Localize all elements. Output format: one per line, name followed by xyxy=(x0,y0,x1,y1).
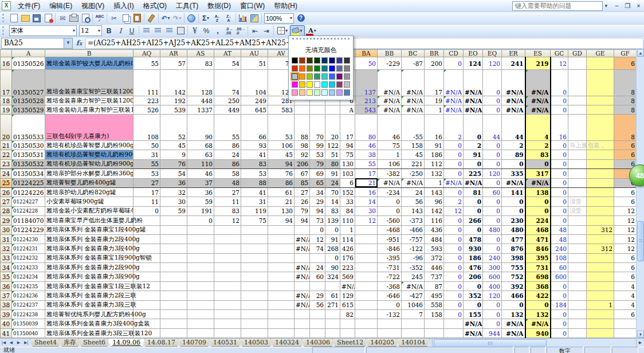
cell-AZ25[interactable]: 6 xyxy=(340,178,355,187)
cell-GD37[interactable] xyxy=(568,291,587,300)
cell-BC19[interactable]: #N/A xyxy=(402,105,425,115)
cell-AX32[interactable]: 74 xyxy=(310,244,325,253)
sheet-tab-140324[interactable]: 140324 xyxy=(270,339,304,347)
cell-B20[interactable]: 三联包4段(学儿喜康力) xyxy=(45,115,133,141)
menu-数据D[interactable]: 数据(D) xyxy=(203,1,235,11)
cell-B24[interactable]: 雅培亲护部分水解婴儿奶粉360g xyxy=(45,169,133,178)
cell-AS33[interactable] xyxy=(187,253,214,262)
new-button[interactable] xyxy=(8,13,19,23)
cell-ES33[interactable]: 395 xyxy=(525,253,551,262)
cell-BA37[interactable] xyxy=(355,291,378,300)
open-button[interactable] xyxy=(19,13,31,23)
scroll-up-icon[interactable]: ▲ xyxy=(637,49,644,57)
color-swatch-99CC00[interactable] xyxy=(307,73,313,80)
cell-A26[interactable]: 01224226 xyxy=(12,187,45,197)
cell-AZ35[interactable]: 569 xyxy=(340,272,355,281)
cell-AS34[interactable] xyxy=(187,263,214,272)
cell-AV30[interactable] xyxy=(268,225,294,234)
cell-BR40[interactable] xyxy=(425,319,444,328)
cell-EO25[interactable]: #N/A xyxy=(464,178,483,187)
cell-GC21[interactable]: 0 xyxy=(551,141,568,150)
cell-AZ26[interactable]: 152 xyxy=(340,187,355,197)
cell-EQ21[interactable]: 0 xyxy=(483,141,502,150)
cell-ER37[interactable]: 466 xyxy=(502,291,525,300)
cell-ES18[interactable]: #N/A xyxy=(525,96,551,105)
cell-GD29[interactable] xyxy=(568,216,587,225)
col-header-GF[interactable]: GF xyxy=(614,50,637,57)
cell-EO23[interactable]: 0 xyxy=(464,159,483,168)
color-swatch-C0C0C0[interactable] xyxy=(344,81,350,88)
cell-GF22[interactable]: 6 xyxy=(614,150,637,159)
cell-B32[interactable]: 雅培亲体系列 金装喜康力3段400g xyxy=(45,244,133,253)
cell-EQ18[interactable]: 0 xyxy=(483,96,502,105)
cell-AR32[interactable] xyxy=(160,244,187,253)
cell-AU41[interactable] xyxy=(241,328,268,338)
row-header-30[interactable]: 30 xyxy=(1,225,12,234)
cell-AT35[interactable] xyxy=(214,272,241,281)
cell-AQ25[interactable]: 27 xyxy=(133,178,160,187)
cell-CD36[interactable]: 0 xyxy=(444,281,464,291)
paste-button[interactable] xyxy=(131,13,143,23)
cell-GE38[interactable]: 1 xyxy=(587,300,614,309)
cell-A28[interactable]: 01224228 xyxy=(12,206,45,215)
cell-B19[interactable]: 雅培金装幼儿喜康力智护三联装12 xyxy=(45,105,133,115)
color-swatch-FFFF99[interactable] xyxy=(307,89,313,96)
cell-AW20[interactable]: 88 xyxy=(294,115,310,141)
cell-AU23[interactable]: 83 xyxy=(241,159,268,168)
cell-BC35[interactable]: 245 xyxy=(402,272,425,281)
cell-BR31[interactable]: 484 xyxy=(425,234,444,244)
cell-A29[interactable]: 01184070 xyxy=(12,216,45,225)
cell-AR38[interactable] xyxy=(160,300,187,309)
cell-AZ30[interactable]: 1 xyxy=(340,225,355,234)
cell-AW36[interactable] xyxy=(294,281,310,291)
cell-GE28[interactable] xyxy=(587,206,614,215)
cell-AS40[interactable] xyxy=(187,319,214,328)
cell-BA20[interactable]: 80 xyxy=(355,115,378,141)
cell-ER34[interactable]: 755 xyxy=(502,263,525,272)
cell-CD38[interactable]: 0 xyxy=(444,300,464,309)
first-sheet-icon[interactable]: |◀ xyxy=(0,339,7,347)
cell-GE33[interactable] xyxy=(587,253,614,262)
cell-GC36[interactable]: 0 xyxy=(551,281,568,291)
cell-AT41[interactable] xyxy=(214,328,241,338)
cell-EO18[interactable]: #N/A xyxy=(464,96,483,105)
cell-GC37[interactable]: 0 xyxy=(551,291,568,300)
fx-icon[interactable]: fx xyxy=(73,39,85,47)
cell-AQ22[interactable]: 31 xyxy=(133,150,160,159)
cell-AW35[interactable]: #N/A xyxy=(294,272,310,281)
cell-AT34[interactable] xyxy=(214,263,241,272)
active-cell-BA25[interactable]: 21 xyxy=(355,178,378,187)
cell-EO17[interactable]: #N/A xyxy=(464,70,483,96)
cell-ES20[interactable]: 4 xyxy=(525,115,551,141)
cell-CD24[interactable]: 0 xyxy=(444,169,464,178)
cell-ES21[interactable]: 2 xyxy=(525,141,551,150)
cell-ES28[interactable]: 0 xyxy=(525,206,551,215)
cell-AS26[interactable]: 36 xyxy=(187,187,214,197)
cell-BR25[interactable]: 1 xyxy=(425,178,444,187)
cell-B28[interactable]: 雅培金装小安素配方奶粉草莓味400 xyxy=(45,206,133,215)
cell-BC41[interactable] xyxy=(402,328,425,338)
cell-CD33[interactable]: 0 xyxy=(444,253,464,262)
cell-BA35[interactable] xyxy=(355,272,378,281)
cell-ER33[interactable]: 398 xyxy=(502,253,525,262)
sheet-tab-140104[interactable]: 140104 xyxy=(396,339,430,347)
row-header-34[interactable]: 34 xyxy=(1,263,12,272)
cell-AS19[interactable]: 1337 xyxy=(187,105,214,115)
cell-GF17[interactable]: 8 xyxy=(614,70,637,96)
cell-ES24[interactable]: 317 xyxy=(525,169,551,178)
cell-AZ41[interactable] xyxy=(340,328,355,338)
cell-AZ31[interactable]: 114 xyxy=(340,234,355,244)
cell-A23[interactable]: 01350532 xyxy=(12,159,45,168)
cell-AT18[interactable]: 250 xyxy=(214,96,241,105)
cell-B33[interactable]: 雅培亲体系列 金装喜康宝1段900g智锁 xyxy=(45,253,133,262)
cell-CD31[interactable]: 0 xyxy=(444,234,464,244)
formula-input[interactable]: =(AG25+AH25+AI25+AJ25+AK25+AL25+AM25+AN2… xyxy=(85,38,643,49)
cell-BB24[interactable]: -382 xyxy=(378,169,402,178)
cell-AZ39[interactable]: 82 xyxy=(340,310,355,319)
col-header-AT[interactable]: AT xyxy=(214,50,241,57)
cell-AY27[interactable]: 14 xyxy=(325,197,340,206)
cell-AW34[interactable]: #N/A xyxy=(294,263,310,272)
cell-AZ22[interactable]: 75 xyxy=(340,150,355,159)
cell-AT33[interactable] xyxy=(214,253,241,262)
cell-EO41[interactable]: #N/A xyxy=(464,328,483,338)
